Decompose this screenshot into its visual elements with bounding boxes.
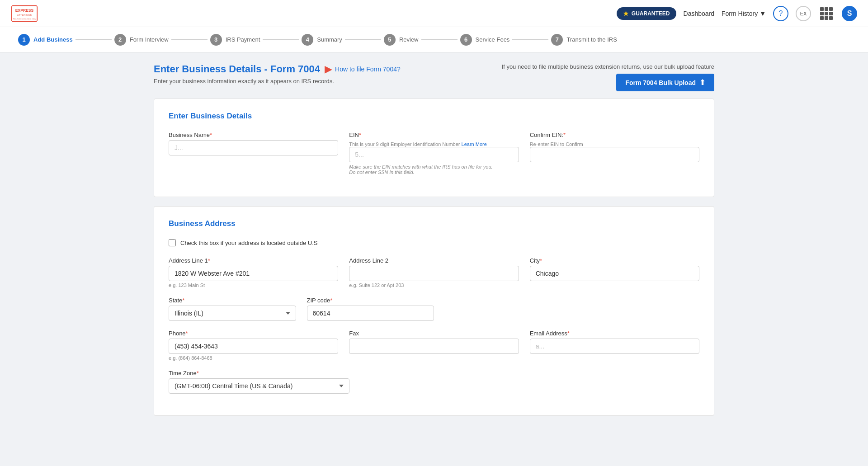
- step-6-label: Service Fees: [476, 36, 510, 43]
- ein-learn-more-link[interactable]: Learn More: [462, 141, 487, 147]
- chevron-down-icon: ▼: [760, 10, 766, 17]
- business-details-card: Enter Business Details Business Name* EI…: [154, 99, 714, 197]
- timezone-row: Time Zone* (GMT-06:00) Central Time (US …: [169, 370, 699, 394]
- step-connector-3: [263, 39, 299, 40]
- state-label: State*: [169, 297, 296, 304]
- outside-us-checkbox[interactable]: [169, 239, 176, 246]
- stepper: 1 Add Business 2 Form Interview 3 IRS Pa…: [0, 27, 868, 52]
- email-label: Email Address*: [530, 330, 699, 337]
- step-4-label: Summary: [317, 36, 342, 43]
- svg-text:EXTENSION: EXTENSION: [17, 13, 33, 16]
- business-address-card: Business Address Check this box if your …: [154, 206, 714, 416]
- email-group: Email Address*: [530, 330, 699, 361]
- state-group: State* Illinois (IL) Alabama (AL) Alaska…: [169, 297, 296, 321]
- ein-input[interactable]: [349, 147, 519, 162]
- step-2-label: Form Interview: [130, 36, 169, 43]
- confirm-ein-helper: Re-enter EIN to Confirm: [530, 141, 699, 147]
- step-connector-2: [171, 39, 208, 40]
- form-history-link[interactable]: Form History ▼: [722, 10, 766, 17]
- fax-group: Fax: [349, 330, 519, 361]
- phone-label: Phone*: [169, 330, 338, 337]
- step-connector-1: [75, 39, 112, 40]
- business-name-required: *: [210, 132, 212, 138]
- address2-input[interactable]: [349, 266, 519, 281]
- confirm-ein-label: Confirm EIN:*: [530, 132, 699, 138]
- phone-input[interactable]: [169, 339, 338, 354]
- step-2[interactable]: 2 Form Interview: [114, 34, 169, 46]
- step-2-number: 2: [114, 34, 126, 46]
- state-zip-row: State* Illinois (IL) Alabama (AL) Alaska…: [169, 297, 699, 321]
- guaranteed-badge: ★ GUARANTEED: [617, 7, 676, 20]
- step-1-number: 1: [18, 34, 30, 46]
- header-left: EXPRESS EXTENSION Tax Extensions made ea…: [11, 5, 38, 23]
- step-connector-6: [512, 39, 548, 40]
- svg-text:EXPRESS: EXPRESS: [15, 8, 34, 13]
- ein-note: Make sure the EIN matches with what the …: [349, 164, 519, 175]
- logo-svg: EXPRESS EXTENSION Tax Extensions made ea…: [11, 5, 38, 23]
- svg-text:Tax Extensions made easy: Tax Extensions made easy: [13, 18, 37, 20]
- page-heading: Enter Business Details - Form 7004: [154, 63, 320, 75]
- star-icon: ★: [623, 10, 629, 17]
- phone-helper: e.g. (864) 864-8468: [169, 355, 338, 361]
- business-details-row: Business Name* EIN* This is your 9 digit…: [169, 132, 699, 175]
- address1-label: Address Line 1*: [169, 257, 338, 264]
- apps-grid-button[interactable]: [818, 5, 835, 22]
- business-name-group: Business Name*: [169, 132, 338, 175]
- step-3[interactable]: 3 IRS Payment: [210, 34, 260, 46]
- page-title: Enter Business Details - Form 7004 ▶ How…: [154, 63, 401, 75]
- state-select[interactable]: Illinois (IL) Alabama (AL) Alaska (AK) A…: [169, 306, 296, 321]
- zip-input[interactable]: [307, 306, 434, 321]
- confirm-ein-input[interactable]: [530, 147, 699, 162]
- step-7[interactable]: 7 Transmit to the IRS: [551, 34, 617, 46]
- help-button[interactable]: ?: [773, 6, 788, 21]
- step-5-number: 5: [384, 34, 396, 46]
- youtube-link[interactable]: ▶ How to file Form 7004?: [325, 63, 401, 75]
- ein-group: EIN* This is your 9 digit Employer Ident…: [349, 132, 519, 175]
- step-connector-4: [345, 39, 381, 40]
- address2-group: Address Line 2 e.g. Suite 122 or Apt 203: [349, 257, 519, 288]
- step-3-label: IRS Payment: [226, 36, 260, 43]
- upload-icon: ⬆: [699, 78, 705, 87]
- city-label: City*: [530, 257, 699, 264]
- address1-input[interactable]: [169, 266, 338, 281]
- address2-label: Address Line 2: [349, 257, 519, 264]
- outside-us-label: Check this box if your address is locate…: [180, 240, 317, 246]
- step-4-number: 4: [302, 34, 313, 46]
- step-4[interactable]: 4 Summary: [302, 34, 342, 46]
- header: EXPRESS EXTENSION Tax Extensions made ea…: [0, 0, 868, 27]
- business-name-label: Business Name*: [169, 132, 338, 138]
- address2-helper: e.g. Suite 122 or Apt 203: [349, 282, 519, 288]
- step-5[interactable]: 5 Review: [384, 34, 419, 46]
- account-avatar[interactable]: EX: [796, 6, 811, 21]
- step-5-label: Review: [399, 36, 419, 43]
- city-input[interactable]: [530, 266, 699, 281]
- step-7-label: Transmit to the IRS: [566, 36, 617, 43]
- dashboard-link[interactable]: Dashboard: [684, 10, 715, 17]
- outside-us-row: Check this box if your address is locate…: [169, 239, 699, 246]
- bulk-upload-button[interactable]: Form 7004 Bulk Upload ⬆: [616, 74, 714, 91]
- page-header: Enter Business Details - Form 7004 ▶ How…: [154, 63, 714, 91]
- fax-label: Fax: [349, 330, 519, 337]
- confirm-ein-group: Confirm EIN:* Re-enter EIN to Confirm: [530, 132, 699, 175]
- address1-group: Address Line 1* e.g. 123 Main St: [169, 257, 338, 288]
- fax-input[interactable]: [349, 339, 519, 354]
- email-input[interactable]: [530, 339, 699, 354]
- youtube-link-text: How to file Form 7004?: [335, 66, 401, 73]
- logo: EXPRESS EXTENSION Tax Extensions made ea…: [11, 5, 38, 23]
- guaranteed-label: GUARANTEED: [632, 10, 670, 17]
- contact-row: Phone* e.g. (864) 864-8468 Fax Email Add…: [169, 330, 699, 361]
- zip-group: ZIP code*: [307, 297, 434, 321]
- youtube-icon: ▶: [325, 63, 332, 75]
- ein-label: EIN*: [349, 132, 519, 138]
- timezone-select[interactable]: (GMT-06:00) Central Time (US & Canada) (…: [169, 378, 349, 394]
- step-connector-5: [421, 39, 458, 40]
- user-initial-button[interactable]: S: [842, 6, 857, 21]
- ein-helper: This is your 9 digit Employer Identifica…: [349, 141, 519, 147]
- step-6-number: 6: [460, 34, 472, 46]
- step-6[interactable]: 6 Service Fees: [460, 34, 510, 46]
- zip-label: ZIP code*: [307, 297, 434, 304]
- phone-group: Phone* e.g. (864) 864-8468: [169, 330, 338, 361]
- timezone-label: Time Zone*: [169, 370, 349, 377]
- business-name-input[interactable]: [169, 140, 338, 155]
- step-1[interactable]: 1 Add Business: [18, 34, 73, 46]
